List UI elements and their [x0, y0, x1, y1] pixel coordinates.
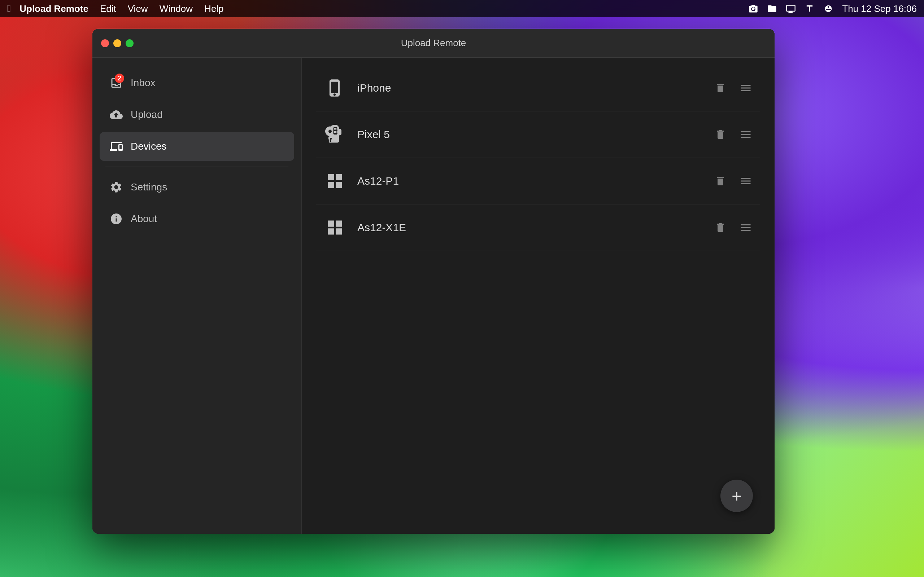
camera-icon[interactable] — [748, 3, 758, 14]
delete-pixel5-button[interactable] — [713, 127, 728, 142]
menubar-view[interactable]: View — [128, 3, 148, 15]
text-icon[interactable] — [804, 3, 815, 14]
pixel5-icon — [323, 123, 347, 146]
device-list: iPhone — [316, 65, 760, 251]
window-title: Upload Remote — [401, 37, 466, 49]
devices-icon — [110, 140, 123, 153]
device-item-pixel5: Pixel 5 — [316, 111, 760, 158]
delete-as12x1e-button[interactable] — [713, 220, 728, 235]
menu-pixel5-button[interactable] — [738, 127, 753, 142]
delete-iphone-button[interactable] — [713, 81, 728, 95]
device-actions-as12p1 — [713, 174, 753, 188]
sidebar-item-about[interactable]: About — [100, 205, 294, 233]
device-item-as12x1e: As12-X1E — [316, 205, 760, 251]
menubar-help[interactable]: Help — [204, 3, 223, 15]
menubar-right: Thu 12 Sep 16:06 — [748, 3, 917, 15]
folder-icon[interactable] — [767, 3, 777, 14]
menubar-app-name[interactable]: Upload Remote — [19, 3, 89, 15]
menubar:  Upload Remote Edit View Window Help Th… — [0, 0, 924, 17]
menu-iphone-button[interactable] — [738, 81, 753, 95]
menu-as12p1-button[interactable] — [738, 174, 753, 188]
sidebar-item-inbox[interactable]: 2 Inbox — [100, 69, 294, 97]
sidebar-upload-label: Upload — [131, 109, 163, 121]
delete-as12p1-button[interactable] — [713, 174, 728, 188]
inbox-badge: 2 — [115, 74, 124, 83]
device-name-as12p1: As12-P1 — [357, 175, 713, 187]
titlebar: Upload Remote — [92, 29, 775, 58]
about-icon — [110, 213, 123, 226]
device-name-iphone: iPhone — [357, 82, 713, 94]
traffic-lights — [101, 39, 134, 47]
apple-menu[interactable]:  — [7, 3, 11, 15]
device-name-pixel5: Pixel 5 — [357, 128, 713, 141]
sidebar-settings-label: Settings — [131, 181, 167, 193]
device-item-as12p1: As12-P1 — [316, 158, 760, 205]
window-content: 2 Inbox Upload Devices — [92, 58, 775, 534]
sidebar-divider — [105, 167, 288, 167]
menu-as12x1e-button[interactable] — [738, 220, 753, 235]
app-window: Upload Remote 2 Inbox — [92, 29, 775, 534]
sidebar-about-label: About — [131, 213, 157, 225]
sidebar-item-settings[interactable]: Settings — [100, 173, 294, 201]
add-device-button[interactable]: + — [720, 480, 753, 512]
minimize-button[interactable] — [113, 39, 121, 47]
menubar-items: Edit View Window Help — [100, 3, 224, 15]
sidebar: 2 Inbox Upload Devices — [92, 58, 302, 534]
as12x1e-icon — [323, 216, 347, 239]
sidebar-item-devices[interactable]: Devices — [100, 132, 294, 161]
settings-icon — [110, 181, 123, 193]
add-icon: + — [732, 486, 742, 506]
menubar-datetime: Thu 12 Sep 16:06 — [842, 3, 917, 15]
display-icon[interactable] — [786, 3, 796, 14]
sidebar-item-upload[interactable]: Upload — [100, 100, 294, 129]
device-name-as12x1e: As12-X1E — [357, 221, 713, 234]
iphone-icon — [323, 76, 347, 100]
device-actions-as12x1e — [713, 220, 753, 235]
person-icon[interactable] — [823, 3, 834, 14]
device-item-iphone: iPhone — [316, 65, 760, 111]
sidebar-devices-label: Devices — [131, 141, 167, 152]
close-button[interactable] — [101, 39, 109, 47]
svg-point-0 — [331, 126, 333, 128]
menubar-edit[interactable]: Edit — [100, 3, 116, 15]
maximize-button[interactable] — [126, 39, 134, 47]
main-content: iPhone — [302, 58, 775, 534]
upload-icon — [110, 108, 123, 121]
device-actions-pixel5 — [713, 127, 753, 142]
as12p1-icon — [323, 169, 347, 193]
device-actions-iphone — [713, 81, 753, 95]
sidebar-inbox-label: Inbox — [131, 77, 155, 89]
menubar-window[interactable]: Window — [160, 3, 193, 15]
